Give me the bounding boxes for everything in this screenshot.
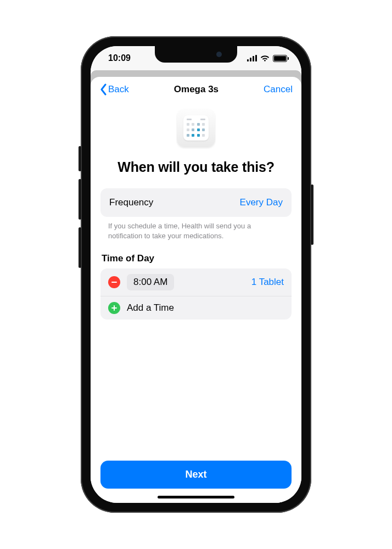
phone-frame: 10:09 Back Omega 3s Cancel [81,36,311,513]
nav-title: Omega 3s [174,84,219,95]
next-button[interactable]: Next [100,461,292,489]
back-button[interactable]: Back [99,83,129,96]
svg-rect-2 [111,307,117,309]
power-button [311,184,313,245]
page-headline: When will you take this? [104,159,288,175]
cellular-icon [247,55,257,61]
time-picker[interactable]: 8:00 AM [127,274,174,290]
back-label: Back [108,84,129,95]
notch [155,46,237,63]
volume-button [79,146,81,171]
status-right [247,55,287,62]
dose-value[interactable]: 1 Tablet [251,277,284,288]
screen: 10:09 Back Omega 3s Cancel [91,46,301,503]
chevron-left-icon [99,83,107,96]
nav-bar: Back Omega 3s Cancel [91,77,301,101]
time-of-day-title: Time of Day [102,253,290,264]
frequency-label: Frequency [109,197,153,208]
modal-sheet: Back Omega 3s Cancel When [91,77,301,503]
battery-icon [273,55,287,62]
sheet-content: When will you take this? Frequency Every… [91,101,301,503]
calendar-hero-icon [177,109,215,147]
add-time-label: Add a Time [127,302,174,313]
remove-time-button[interactable] [108,276,120,288]
plus-icon [111,305,117,311]
cancel-button[interactable]: Cancel [264,84,293,95]
volume-button [79,227,81,268]
add-time-row[interactable]: Add a Time [100,296,292,320]
frequency-value[interactable]: Every Day [240,197,283,208]
frequency-caption: If you schedule a time, Health will send… [100,217,292,241]
status-time: 10:09 [108,53,131,63]
minus-icon [111,279,117,285]
volume-button [79,179,81,220]
time-list: 8:00 AM 1 Tablet Add a Time [100,268,292,320]
home-indicator[interactable] [158,496,234,498]
add-time-button[interactable] [108,302,120,314]
frequency-row[interactable]: Frequency Every Day [100,188,292,217]
svg-rect-0 [111,282,117,283]
time-row: 8:00 AM 1 Tablet [100,268,292,296]
wifi-icon [260,55,270,62]
